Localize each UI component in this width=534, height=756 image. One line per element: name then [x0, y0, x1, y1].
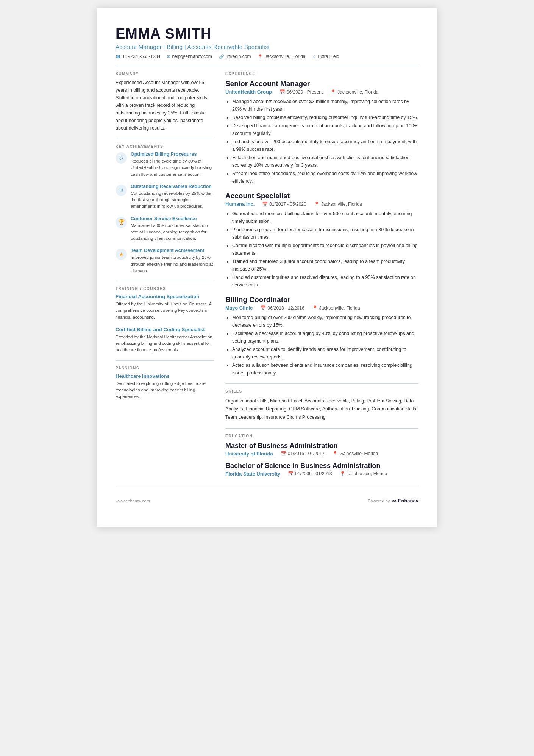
skills-label: SKILLS: [225, 389, 418, 393]
bullet: Managed accounts receivables over $3 mil…: [232, 98, 418, 113]
passion-title-1: Healthcare Innovations: [116, 373, 214, 379]
summary-divider: [116, 139, 214, 139]
star-icon: ☆: [312, 54, 316, 59]
calendar-icon-2: 📅: [262, 202, 268, 207]
job-3-bullets: Monitored billing of over 200 claims wee…: [225, 314, 418, 377]
education-section: EDUCATION Master of Business Administrat…: [225, 434, 418, 477]
bullet: Monitored billing of over 200 claims wee…: [232, 314, 418, 329]
achievement-title-2: Outstanding Receivables Reduction: [131, 184, 214, 189]
achievement-desc-4: Improved junior team productivity by 25%…: [131, 254, 214, 274]
achievement-desc-2: Cut outstanding receivables by 25% withi…: [131, 190, 214, 210]
right-column: EXPERIENCE Senior Account Manager United…: [225, 72, 418, 482]
degree-2-meta: Florida State University 📅 01/2009 - 01/…: [225, 471, 418, 477]
achievement-title-4: Team Development Achievement: [131, 248, 214, 253]
achievement-desc-3: Maintained a 95% customer satisfaction r…: [131, 222, 214, 242]
bullet: Acted as a liaison between clients and i…: [232, 362, 418, 377]
job-1-date: 📅 06/2020 - Present: [279, 89, 323, 95]
school-2: Florida State University: [225, 471, 280, 477]
email-icon: ✉: [167, 54, 170, 59]
job-1-title: Senior Account Manager: [225, 80, 418, 88]
job-2-company: Humana Inc.: [225, 201, 255, 207]
calendar-icon-4: 📅: [281, 451, 286, 456]
experience-section: EXPERIENCE Senior Account Manager United…: [225, 72, 418, 377]
job-1: Senior Account Manager UnitedHealth Grou…: [225, 80, 418, 185]
degree-1-date: 📅 01/2015 - 01/2017: [281, 451, 325, 456]
linkedin-icon: 🔗: [219, 54, 224, 59]
header-divider: [116, 66, 418, 66]
passion-desc-1: Dedicated to exploring cutting-edge heal…: [116, 380, 214, 400]
job-3-meta: Mayo Clinic 📅 06/2013 - 12/2016 📍 Jackso…: [225, 305, 418, 311]
job-3-location: 📍 Jacksonville, Florida: [312, 305, 360, 311]
summary-text: Experienced Account Manager with over 5 …: [116, 79, 214, 132]
training-divider: [116, 360, 214, 361]
job-2-meta: Humana Inc. 📅 01/2017 - 05/2020 📍 Jackso…: [225, 201, 418, 207]
job-2-location: 📍 Jacksonville, Florida: [314, 202, 362, 207]
achievement-icon-1: ◇: [116, 152, 127, 164]
calendar-icon-1: 📅: [279, 89, 285, 95]
achievement-title-3: Customer Service Excellence: [131, 216, 214, 221]
job-1-company: UnitedHealth Group: [225, 89, 272, 95]
summary-section: SUMMARY Experienced Account Manager with…: [116, 72, 214, 132]
job-1-meta: UnitedHealth Group 📅 06/2020 - Present 📍…: [225, 89, 418, 95]
achievement-item-4: ★ Team Development Achievement Improved …: [116, 248, 214, 274]
bullet: Generated and monitored billing claims f…: [232, 210, 418, 225]
calendar-icon-5: 📅: [288, 471, 294, 476]
footer-bar: www.enhancv.com Powered by ∞ Enhancv: [116, 486, 418, 504]
job-2-title: Account Specialist: [225, 192, 418, 200]
phone-icon: ☎: [116, 54, 121, 59]
pin-icon-5: 📍: [340, 471, 345, 476]
training-label: TRAINING / COURSES: [116, 286, 214, 291]
bullet: Led audits on over 200 accounts monthly …: [232, 138, 418, 153]
achievement-item-3: 🏆 Customer Service Excellence Maintained…: [116, 216, 214, 242]
linkedin-contact: 🔗 linkedin.com: [219, 54, 251, 59]
pin-icon-1: 📍: [330, 89, 336, 95]
job-3-title: Billing Coordinator: [225, 296, 418, 304]
achievements-divider: [116, 281, 214, 281]
phone-contact: ☎ +1-(234)-555-1234: [116, 54, 160, 59]
bullet: Resolved billing problems efficiently, r…: [232, 114, 418, 121]
email-contact: ✉ help@enhancv.com: [167, 54, 212, 59]
achievements-section: KEY ACHIEVEMENTS ◇ Optimized Billing Pro…: [116, 144, 214, 274]
resume-page: EMMA SMITH Account Manager | Billing | A…: [97, 8, 437, 527]
job-1-bullets: Managed accounts receivables over $3 mil…: [225, 98, 418, 185]
achievement-desc-1: Reduced billing cycle time by 30% at Uni…: [131, 158, 214, 178]
training-desc-2: Provided by the National Healthcareer As…: [116, 334, 214, 354]
job-3-date: 📅 06/2013 - 12/2016: [260, 305, 304, 311]
training-title-2: Certified Billing and Coding Specialist: [116, 327, 214, 332]
achievement-icon-4: ★: [116, 249, 127, 260]
bullet: Developed financial arrangements for cli…: [232, 122, 418, 137]
location-contact: 📍 Jacksonville, Florida: [258, 54, 305, 59]
degree-1-location: 📍 Gainesville, Florida: [332, 451, 378, 456]
achievements-label: KEY ACHIEVEMENTS: [116, 144, 214, 149]
degree-1-meta: University of Florida 📅 01/2015 - 01/201…: [225, 451, 418, 457]
achievement-item-1: ◇ Optimized Billing Procedures Reduced b…: [116, 152, 214, 178]
summary-label: SUMMARY: [116, 72, 214, 76]
training-title-1: Financial Accounting Specialization: [116, 294, 214, 299]
education-label: EDUCATION: [225, 434, 418, 438]
header-section: EMMA SMITH Account Manager | Billing | A…: [116, 26, 418, 59]
enhancv-logo: ∞ Enhancv: [392, 498, 418, 504]
bullet: Established and maintained positive rela…: [232, 154, 418, 169]
bullet: Trained and mentored 3 junior account co…: [232, 258, 418, 273]
passion-item-1: Healthcare Innovations Dedicated to expl…: [116, 373, 214, 400]
degree-2: Bachelor of Science in Business Administ…: [225, 462, 418, 477]
degree-1: Master of Business Administration Univer…: [225, 442, 418, 457]
achievement-title-1: Optimized Billing Procedures: [131, 152, 214, 157]
skills-text: Organizational skills, Microsoft Excel, …: [225, 397, 418, 421]
footer-url: www.enhancv.com: [116, 499, 150, 503]
passions-section: PASSIONS Healthcare Innovations Dedicate…: [116, 366, 214, 400]
skills-section: SKILLS Organizational skills, Microsoft …: [225, 389, 418, 421]
job-3: Billing Coordinator Mayo Clinic 📅 06/201…: [225, 296, 418, 377]
pin-icon-2: 📍: [314, 202, 320, 207]
job-1-location: 📍 Jacksonville, Florida: [330, 89, 378, 95]
bullet: Analyzed account data to identify trends…: [232, 346, 418, 361]
candidate-title: Account Manager | Billing | Accounts Rec…: [116, 44, 418, 50]
achievement-icon-2: ⊡: [116, 185, 127, 196]
experience-label: EXPERIENCE: [225, 72, 418, 76]
achievement-item-2: ⊡ Outstanding Receivables Reduction Cut …: [116, 184, 214, 210]
job-2-bullets: Generated and monitored billing claims f…: [225, 210, 418, 289]
school-1: University of Florida: [225, 451, 273, 457]
enhancv-icon: ∞: [392, 498, 396, 504]
training-desc-1: Offered by the University of Illinois on…: [116, 301, 214, 321]
contact-bar: ☎ +1-(234)-555-1234 ✉ help@enhancv.com 🔗…: [116, 54, 418, 59]
